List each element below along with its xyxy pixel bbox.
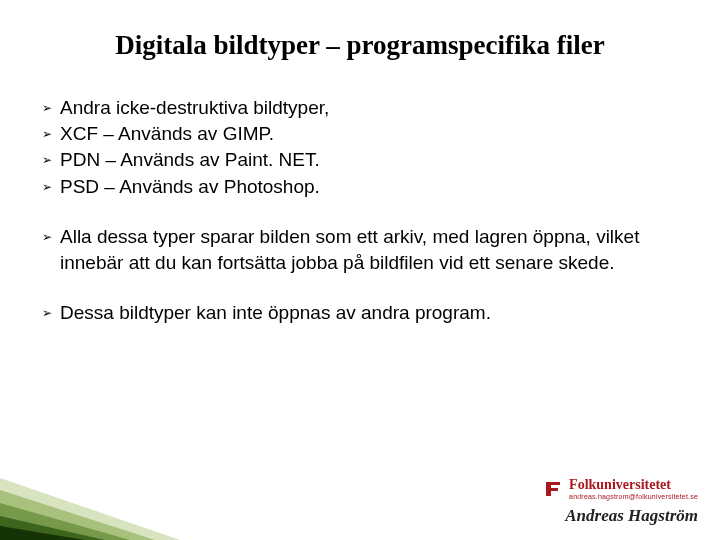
bullet-group: ➢ Dessa bildtyper kan inte öppnas av and… <box>42 300 668 326</box>
bullet-icon: ➢ <box>42 224 60 250</box>
svg-marker-1 <box>0 490 155 540</box>
list-item: ➢ Dessa bildtyper kan inte öppnas av and… <box>42 300 668 326</box>
org-logo: Folkuniversitetet andreas.hagstrom@folku… <box>543 478 698 500</box>
list-item: ➢ Alla dessa typer sparar bilden som ett… <box>42 224 668 276</box>
bullet-text: PDN – Används av Paint. NET. <box>60 147 668 173</box>
bullet-icon: ➢ <box>42 121 60 147</box>
svg-marker-4 <box>0 526 85 540</box>
list-item: ➢ PDN – Används av Paint. NET. <box>42 147 668 173</box>
bullet-group: ➢ Andra icke-destruktiva bildtyper, ➢ XC… <box>42 95 668 200</box>
slide: { "title": "Digitala bildtyper – program… <box>0 0 720 540</box>
corner-decoration <box>0 470 180 540</box>
bullet-text: Dessa bildtyper kan inte öppnas av andra… <box>60 300 668 326</box>
bullet-icon: ➢ <box>42 174 60 200</box>
author-name: Andreas Hagström <box>543 506 698 526</box>
org-logo-text: Folkuniversitetet andreas.hagstrom@folku… <box>569 478 698 500</box>
svg-marker-0 <box>0 478 180 540</box>
bullet-icon: ➢ <box>42 147 60 173</box>
org-subtitle: andreas.hagstrom@folkuniversitetet.se <box>569 493 698 500</box>
bullet-group: ➢ Alla dessa typer sparar bilden som ett… <box>42 224 668 276</box>
bullet-icon: ➢ <box>42 95 60 121</box>
svg-marker-3 <box>0 516 105 540</box>
bullet-text: Andra icke-destruktiva bildtyper, <box>60 95 668 121</box>
list-item: ➢ Andra icke-destruktiva bildtyper, <box>42 95 668 121</box>
bullet-text: Alla dessa typer sparar bilden som ett a… <box>60 224 668 276</box>
bullet-icon: ➢ <box>42 300 60 326</box>
bullet-text: PSD – Används av Photoshop. <box>60 174 668 200</box>
svg-marker-2 <box>0 503 130 540</box>
org-logo-icon <box>543 479 563 499</box>
slide-title: Digitala bildtyper – programspecifika fi… <box>0 30 720 61</box>
list-item: ➢ PSD – Används av Photoshop. <box>42 174 668 200</box>
list-item: ➢ XCF – Används av GIMP. <box>42 121 668 147</box>
footer: Folkuniversitetet andreas.hagstrom@folku… <box>543 478 698 526</box>
org-name: Folkuniversitetet <box>569 478 671 492</box>
slide-content: ➢ Andra icke-destruktiva bildtyper, ➢ XC… <box>42 95 668 327</box>
bullet-text: XCF – Används av GIMP. <box>60 121 668 147</box>
